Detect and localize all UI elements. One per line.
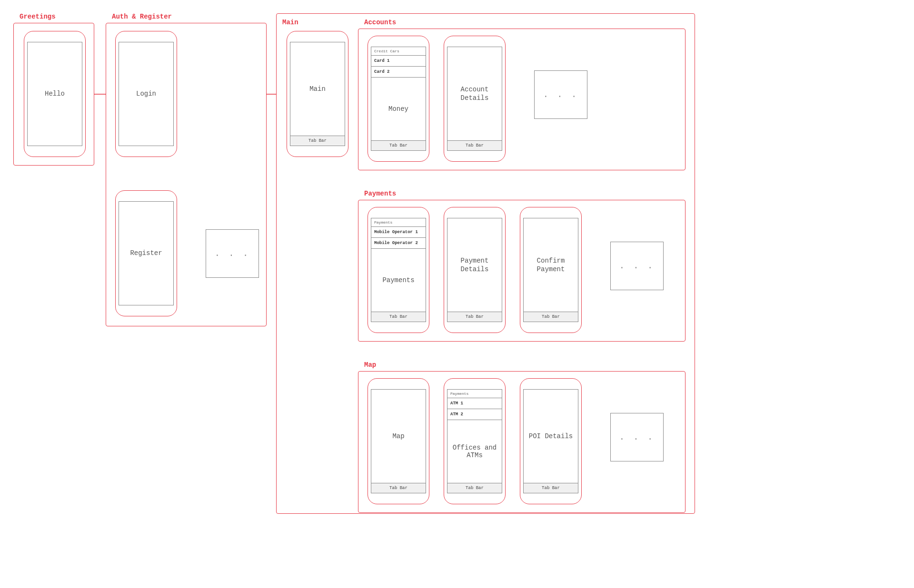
- tabbar-poi-details[interactable]: Tab Bar: [524, 483, 578, 493]
- flow-diagram: Greetings Hello Auth & Register Login Re…: [0, 0, 914, 588]
- tabbar-account-details[interactable]: Tab Bar: [447, 140, 502, 150]
- title-register: Register: [130, 249, 162, 257]
- title-money: Money: [388, 105, 408, 113]
- payments-item-0[interactable]: Mobile Operator 1: [371, 227, 426, 238]
- screen-account-details: Account Details Tab Bar: [447, 47, 502, 151]
- phone-money: Credit Cars Card 1 Card 2 Money Tab Bar: [368, 36, 429, 162]
- title-poi-details: POI Details: [529, 432, 573, 441]
- screen-offices: Payments ATM 1 ATM 2 Offices and ATMs Ta…: [447, 389, 502, 493]
- group-label-payments: Payments: [363, 190, 397, 197]
- screen-register: Register: [119, 201, 174, 305]
- phone-confirm-payment: Confirm Payment Tab Bar: [520, 207, 582, 333]
- offices-list-header: Payments: [447, 390, 502, 398]
- placeholder-payments: . . .: [610, 242, 664, 290]
- group-label-main: Main: [281, 19, 299, 26]
- title-offices: Offices and ATMs: [447, 444, 502, 459]
- screen-payment-details: Payment Details Tab Bar: [447, 218, 502, 322]
- money-item-1[interactable]: Card 2: [371, 67, 426, 78]
- tabbar-money[interactable]: Tab Bar: [371, 140, 426, 150]
- money-item-0[interactable]: Card 1: [371, 56, 426, 67]
- screen-login: Login: [119, 42, 174, 146]
- phone-account-details: Account Details Tab Bar: [444, 36, 506, 162]
- tabbar-map[interactable]: Tab Bar: [371, 483, 426, 493]
- group-label-greetings: Greetings: [19, 13, 57, 20]
- placeholder-map: . . .: [610, 413, 664, 461]
- screen-payments: Payments Mobile Operator 1 Mobile Operat…: [371, 218, 426, 322]
- tabbar-offices[interactable]: Tab Bar: [447, 483, 502, 493]
- tabbar-payment-details[interactable]: Tab Bar: [447, 312, 502, 322]
- screen-confirm-payment: Confirm Payment Tab Bar: [523, 218, 578, 322]
- payments-item-1[interactable]: Mobile Operator 2: [371, 238, 426, 249]
- title-confirm-payment: Confirm Payment: [524, 256, 578, 274]
- placeholder-register: . . .: [206, 229, 259, 278]
- phone-main: Main Tab Bar: [287, 31, 348, 157]
- payments-list-header: Payments: [371, 218, 426, 227]
- title-login: Login: [136, 89, 156, 98]
- tabbar-confirm-payment[interactable]: Tab Bar: [524, 312, 578, 322]
- group-label-map: Map: [363, 361, 377, 369]
- screen-poi-details: POI Details Tab Bar: [523, 389, 578, 493]
- phone-register: Register: [115, 190, 177, 316]
- phone-login: Login: [115, 31, 177, 157]
- screen-hello: Hello: [27, 42, 82, 146]
- phone-payments: Payments Mobile Operator 1 Mobile Operat…: [368, 207, 429, 333]
- screen-main: Main Tab Bar: [290, 42, 345, 146]
- title-hello: Hello: [45, 89, 65, 98]
- screen-map: Map Tab Bar: [371, 389, 426, 493]
- group-label-accounts: Accounts: [363, 19, 397, 26]
- title-account-details: Account Details: [447, 85, 502, 102]
- title-payments: Payments: [382, 276, 414, 284]
- money-list-header: Credit Cars: [371, 47, 426, 56]
- offices-item-1[interactable]: ATM 2: [447, 409, 502, 420]
- tabbar-payments[interactable]: Tab Bar: [371, 312, 426, 322]
- phone-payment-details: Payment Details Tab Bar: [444, 207, 506, 333]
- placeholder-accounts: . . .: [534, 70, 587, 119]
- group-label-auth: Auth & Register: [111, 13, 173, 20]
- title-map: Map: [392, 432, 404, 441]
- phone-poi-details: POI Details Tab Bar: [520, 378, 582, 504]
- phone-map: Map Tab Bar: [368, 378, 429, 504]
- offices-item-0[interactable]: ATM 1: [447, 398, 502, 409]
- title-main: Main: [309, 85, 326, 93]
- phone-hello: Hello: [24, 31, 86, 157]
- screen-money: Credit Cars Card 1 Card 2 Money Tab Bar: [371, 47, 426, 151]
- phone-offices: Payments ATM 1 ATM 2 Offices and ATMs Ta…: [444, 378, 506, 504]
- tabbar-main[interactable]: Tab Bar: [290, 136, 345, 146]
- title-payment-details: Payment Details: [447, 256, 502, 274]
